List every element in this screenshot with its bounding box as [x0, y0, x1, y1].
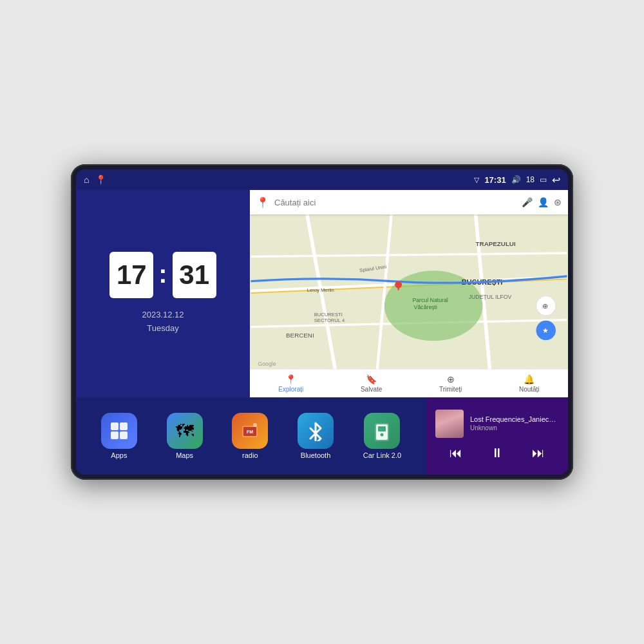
svg-text:Parcul Natural: Parcul Natural — [412, 297, 448, 303]
saved-icon: 🔖 — [366, 374, 377, 384]
bottom-section: Apps 🗺 Maps FM — [76, 397, 568, 475]
map-nav-news[interactable]: 🔔 Noutăți — [519, 374, 540, 393]
explore-icon: 📍 — [285, 374, 296, 384]
clock-minute: 31 — [173, 252, 216, 298]
app-item-carlink[interactable]: Car Link 2.0 — [363, 413, 401, 459]
apps-strip: Apps 🗺 Maps FM — [76, 397, 426, 475]
mic-icon[interactable]: 🎤 — [522, 197, 533, 207]
bluetooth-icon — [298, 413, 334, 449]
svg-text:Văcărești: Văcărești — [414, 304, 437, 310]
map-nav-send[interactable]: ⊕ Trimiteți — [439, 374, 462, 393]
map-panel[interactable]: 📍 🎤 👤 ⊛ — [250, 190, 568, 397]
svg-text:⊕: ⊕ — [542, 302, 548, 310]
next-button[interactable]: ⏭ — [529, 443, 547, 463]
news-icon: 🔔 — [524, 374, 535, 384]
clock-day-value: Tuesday — [142, 322, 184, 336]
svg-text:FM: FM — [247, 430, 253, 434]
maps-label: Maps — [176, 451, 193, 459]
map-nav-explore[interactable]: 📍 Explorați — [278, 374, 303, 393]
maps-shortcut-icon[interactable]: 📍 — [95, 175, 106, 185]
music-artist: Unknown — [470, 424, 559, 431]
svg-text:Leroy Merlin: Leroy Merlin — [307, 287, 334, 293]
layers-icon[interactable]: ⊛ — [554, 197, 562, 207]
map-search-icons: 🎤 👤 ⊛ — [522, 197, 562, 207]
svg-rect-28 — [111, 431, 118, 439]
svg-point-33 — [253, 423, 257, 427]
svg-text:Google: Google — [258, 361, 276, 367]
play-pause-button[interactable]: ⏸ — [488, 443, 506, 463]
svg-text:BUCUREȘTI: BUCUREȘTI — [314, 312, 343, 317]
top-section: 17 : 31 2023.12.12 Tuesday 📍 — [76, 190, 568, 397]
svg-rect-27 — [120, 422, 128, 430]
battery-icon: ▭ — [540, 175, 547, 184]
signal-number: 18 — [526, 175, 535, 184]
clock-display: 17 : 31 — [109, 252, 216, 298]
bluetooth-label: Bluetooth — [301, 451, 330, 459]
music-text: Lost Frequencies_Janieck Devy-... Unknow… — [470, 415, 559, 431]
back-icon[interactable]: ↩ — [552, 174, 560, 186]
device-screen: ⌂ 📍 ▽ 17:31 🔊 18 ▭ ↩ 17 : — [76, 169, 568, 475]
clock-date: 2023.12.12 Tuesday — [142, 308, 184, 336]
svg-rect-26 — [111, 422, 118, 430]
svg-point-37 — [381, 433, 384, 437]
map-body[interactable]: Parcul Natural Văcărești TRAPEZULUI BUCU… — [250, 214, 568, 369]
map-nav-saved[interactable]: 🔖 Salvate — [361, 374, 382, 393]
clock-colon: : — [158, 260, 167, 289]
map-pin-icon: 📍 — [256, 196, 269, 209]
clock-panel: 17 : 31 2023.12.12 Tuesday — [76, 190, 250, 397]
signal-strength-icon: ▽ — [474, 176, 479, 184]
news-label: Noutăți — [519, 386, 540, 393]
saved-label: Salvate — [361, 386, 382, 393]
svg-text:BERCENI: BERCENI — [286, 332, 314, 339]
apps-label: Apps — [111, 451, 127, 459]
home-icon[interactable]: ⌂ — [84, 175, 89, 185]
apps-icon — [101, 413, 137, 449]
explore-label: Explorați — [278, 386, 303, 393]
status-right: ▽ 17:31 🔊 18 ▭ ↩ — [474, 174, 560, 186]
map-search-input[interactable] — [274, 198, 516, 207]
svg-text:★: ★ — [542, 327, 549, 334]
radio-label: radio — [242, 451, 258, 459]
music-controls: ⏮ ⏸ ⏭ — [435, 443, 559, 463]
maps-icon: 🗺 — [167, 413, 203, 449]
account-icon[interactable]: 👤 — [538, 197, 549, 207]
volume-icon: 🔊 — [511, 175, 521, 184]
music-info: Lost Frequencies_Janieck Devy-... Unknow… — [435, 410, 559, 438]
svg-rect-36 — [378, 426, 386, 431]
music-thumbnail — [435, 410, 464, 438]
music-panel: Lost Frequencies_Janieck Devy-... Unknow… — [426, 397, 568, 475]
app-item-apps[interactable]: Apps — [101, 413, 137, 459]
time-display: 17:31 — [484, 175, 506, 185]
car-display-device: ⌂ 📍 ▽ 17:31 🔊 18 ▭ ↩ 17 : — [71, 164, 573, 480]
svg-text:SECTORUL 4: SECTORUL 4 — [314, 317, 345, 323]
send-icon: ⊕ — [447, 374, 455, 384]
svg-text:TRAPEZULUI: TRAPEZULUI — [476, 240, 516, 247]
carlink-label: Car Link 2.0 — [363, 451, 401, 459]
prev-button[interactable]: ⏮ — [447, 443, 465, 463]
music-title: Lost Frequencies_Janieck Devy-... — [470, 415, 559, 423]
app-item-maps[interactable]: 🗺 Maps — [167, 413, 203, 459]
svg-text:JUDEȚUL ILFOV: JUDEȚUL ILFOV — [469, 294, 512, 300]
status-left: ⌂ 📍 — [84, 175, 106, 185]
map-bottom-bar: 📍 Explorați 🔖 Salvate ⊕ Trimiteți 🔔 — [250, 369, 568, 397]
svg-rect-29 — [120, 431, 128, 439]
app-item-bluetooth[interactable]: Bluetooth — [298, 413, 334, 459]
main-content: 17 : 31 2023.12.12 Tuesday 📍 — [76, 190, 568, 475]
status-bar: ⌂ 📍 ▽ 17:31 🔊 18 ▭ ↩ — [76, 169, 568, 190]
clock-date-value: 2023.12.12 — [142, 308, 184, 322]
map-search-bar[interactable]: 📍 🎤 👤 ⊛ — [250, 190, 568, 214]
carlink-icon — [364, 413, 400, 449]
app-item-radio[interactable]: FM radio — [232, 413, 268, 459]
clock-hour: 17 — [109, 252, 153, 298]
radio-icon: FM — [232, 413, 268, 449]
music-thumbnail-image — [435, 410, 464, 438]
send-label: Trimiteți — [439, 386, 462, 393]
